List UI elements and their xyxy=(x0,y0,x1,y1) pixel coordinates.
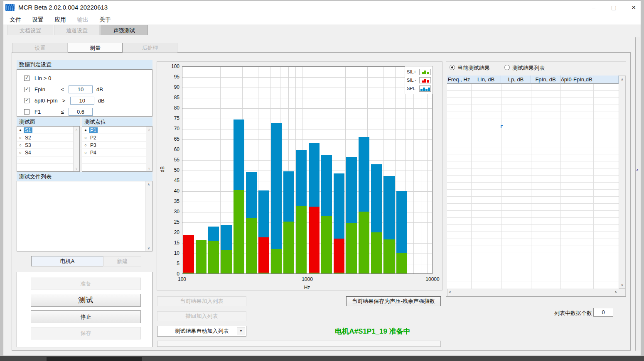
add-current-result-button: 当前结果加入列表 xyxy=(157,296,246,306)
list-item[interactable]: ○P4 xyxy=(82,149,152,156)
legend-entry: SIL+ xyxy=(407,68,431,76)
criteria-box: LIn > 0FpIn<10dBδpI0-FpIn>10dBF1≤0.6 xyxy=(17,69,152,117)
criteria-operator: ≤ xyxy=(56,109,69,115)
bar-segment xyxy=(346,223,357,273)
list-item[interactable]: ○S4 xyxy=(17,149,79,156)
control-button-1[interactable]: 测试 xyxy=(31,294,141,307)
menu-item-1[interactable]: 设置 xyxy=(27,15,49,24)
radio-icon[interactable]: ○ xyxy=(17,151,24,155)
list-scrollbar[interactable]: ∧∨ xyxy=(73,127,79,171)
radio-icon[interactable]: ○ xyxy=(82,136,89,140)
criteria-value-input[interactable]: 10 xyxy=(69,85,93,93)
radio-current-result[interactable] xyxy=(450,65,455,70)
radio-icon[interactable]: ○ xyxy=(82,151,89,155)
auto-add-dropdown[interactable]: 测试结果自动加入列表 ▼ xyxy=(157,326,246,337)
project-tab-motor-a[interactable]: 电机A xyxy=(31,256,103,266)
radio-result-list[interactable] xyxy=(504,65,510,70)
app-logo-icon xyxy=(5,4,15,11)
menu-item-4[interactable]: 关于 xyxy=(94,15,116,24)
checkbox-0[interactable] xyxy=(24,76,29,81)
bar-segment xyxy=(334,273,344,273)
x-tick-label: 10000 xyxy=(418,276,447,282)
legend-series-icon xyxy=(419,77,431,83)
gridline xyxy=(413,67,414,273)
list-item[interactable]: ○S2 xyxy=(17,134,79,141)
bar-segment xyxy=(383,176,394,239)
legend-label: SPL xyxy=(407,86,415,91)
scroll-left-icon[interactable]: < xyxy=(449,290,451,294)
scroll-down-icon[interactable]: ∨ xyxy=(619,282,625,288)
list-scrollbar[interactable]: ∧∨ xyxy=(146,127,152,171)
list-item-label: P1 xyxy=(89,127,98,133)
close-button[interactable]: ✕ xyxy=(627,2,641,13)
list-count-input[interactable]: 0 xyxy=(593,308,613,317)
legend-bar xyxy=(422,80,424,83)
control-button-0: 准备 xyxy=(31,278,141,290)
results-horizontal-scrollbar[interactable]: < > xyxy=(447,289,626,296)
checkbox-2[interactable] xyxy=(24,98,29,103)
bar-segment xyxy=(396,191,407,253)
list-item[interactable]: ○S3 xyxy=(17,141,79,149)
new-project-button: 新建 xyxy=(103,256,141,266)
menu-item-0[interactable]: 文件 xyxy=(4,15,27,24)
list-item xyxy=(17,164,79,171)
scroll-down-icon[interactable]: ∨ xyxy=(145,245,152,251)
menu-item-2[interactable]: 应用 xyxy=(49,15,71,24)
bar-segment xyxy=(321,216,332,274)
radio-selected-icon[interactable]: ● xyxy=(17,128,24,132)
radio-icon[interactable]: ○ xyxy=(82,143,89,147)
y-tick-label: 20 xyxy=(163,229,179,235)
bar-segment xyxy=(258,190,269,237)
list-item[interactable]: ●S1 xyxy=(17,127,79,134)
bar-segment xyxy=(383,239,394,274)
radio-icon[interactable]: ○ xyxy=(17,143,24,147)
bar-segment xyxy=(258,237,269,273)
file-list-scrollbar[interactable]: ∧ ∨ xyxy=(145,181,152,251)
checkbox-3[interactable] xyxy=(24,109,29,115)
bar-segment xyxy=(309,273,320,273)
list-item-label: S3 xyxy=(24,142,32,148)
list-item-label: P4 xyxy=(89,150,98,156)
control-button-2[interactable]: 停止 xyxy=(31,310,141,323)
radio-selected-icon[interactable]: ● xyxy=(82,128,89,132)
main-tab-bar: 文档设置通道设置声强测试 xyxy=(3,24,641,35)
column-header-4: δpI0-FpIn,dB xyxy=(560,76,593,84)
list-item[interactable]: ●P1 xyxy=(82,127,152,134)
bar-segment xyxy=(208,227,219,241)
column-divider xyxy=(471,84,472,289)
sub-tab-2[interactable]: 后处理 xyxy=(123,43,177,53)
measure-control-group: 准备测试停止保存 xyxy=(17,272,152,347)
column-divider xyxy=(560,84,561,289)
save-as-reference-button[interactable]: 当前结果保存为声压-残余声强指数 xyxy=(346,296,441,306)
chevron-down-icon[interactable]: ▼ xyxy=(237,327,245,335)
x-axis-label: Hz xyxy=(295,285,320,290)
scroll-right-icon[interactable]: > xyxy=(615,290,617,294)
y-tick-label: 85 xyxy=(163,95,179,100)
criteria-unit: dB xyxy=(96,86,103,93)
main-tab-0[interactable]: 文档设置 xyxy=(7,25,53,35)
criteria-text: LIn > 0 xyxy=(34,75,56,81)
criteria-value-input[interactable]: 0.6 xyxy=(69,108,93,116)
legend-bar xyxy=(425,89,428,91)
legend-entry: SPL xyxy=(407,84,431,93)
results-vertical-scrollbar[interactable]: ∧ ∨ xyxy=(619,76,626,289)
criteria-value-input[interactable]: 10 xyxy=(70,97,94,105)
y-tick-label: 0 xyxy=(163,271,179,277)
scroll-up-icon[interactable]: ∧ xyxy=(619,76,625,82)
y-tick-label: 5 xyxy=(163,261,179,266)
minimize-button[interactable]: – xyxy=(587,2,601,13)
criteria-operator: < xyxy=(56,86,69,93)
checkbox-1[interactable] xyxy=(24,87,29,92)
list-item[interactable]: ○P2 xyxy=(82,134,152,141)
y-tick-label: 25 xyxy=(163,219,179,225)
y-tick-label: 80 xyxy=(163,105,179,111)
collapse-left-icon[interactable]: < xyxy=(636,168,638,172)
scroll-up-icon[interactable]: ∧ xyxy=(145,181,152,187)
list-item[interactable]: ○P3 xyxy=(82,141,152,149)
sub-tab-0[interactable]: 设置 xyxy=(12,43,68,53)
main-tab-1[interactable]: 通道设置 xyxy=(54,25,100,35)
x-tick-label: 100 xyxy=(167,276,197,282)
radio-icon[interactable]: ○ xyxy=(17,136,24,140)
panel-splitter[interactable]: < xyxy=(635,37,640,351)
column-header-3: FpIn, dB xyxy=(531,76,560,84)
